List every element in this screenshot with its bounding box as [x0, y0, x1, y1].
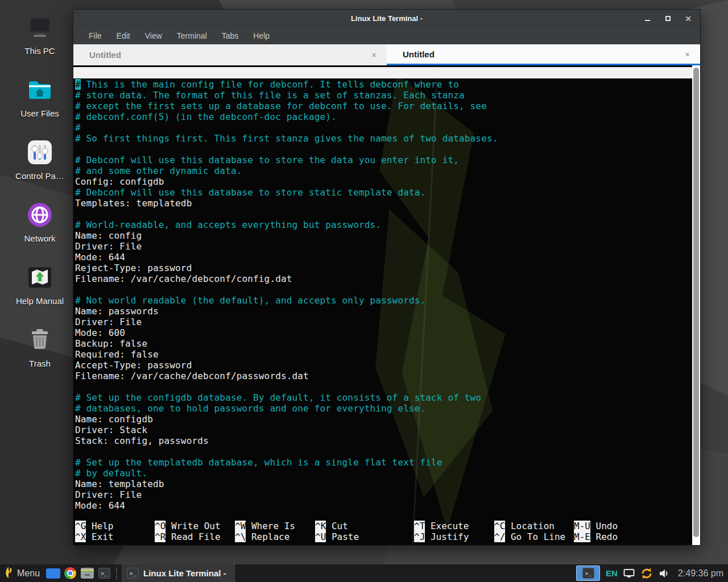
tab-close-icon[interactable]: × [371, 50, 377, 60]
menu-bar: File Edit View Terminal Tabs Help [73, 27, 700, 44]
editor-line: Mode: 644 [75, 252, 691, 263]
editor-line: Config: configdb [75, 176, 691, 187]
desktop-icon-control-panel[interactable]: Control Pa… [8, 139, 72, 201]
editor-line: # store data. The format of this file is… [75, 90, 691, 101]
desktop-icon-network[interactable]: Network [8, 201, 72, 264]
nano-shortcut-bar: ^G Help^O Write Out^W Where Is^K Cut^T E… [75, 521, 691, 542]
system-tray: >_ EN 2:49:36 pm [576, 564, 728, 582]
tab-untitled-2[interactable]: Untitled × [387, 44, 700, 65]
shortcut-item: ^J Justify [414, 531, 469, 542]
editor-line: Filename: /var/cache/debconf/passwords.d… [75, 371, 691, 381]
close-icon[interactable]: ✕ [682, 13, 694, 25]
desktop-icon-help-manual[interactable]: Help Manual [8, 264, 72, 326]
terminal-icon: >_ [127, 568, 139, 579]
editor-line: # Debconf will use this database to stor… [75, 187, 691, 198]
editor-line: Driver: File [75, 489, 691, 500]
editor-line: # This is the main config file for debco… [75, 79, 691, 90]
shortcut-key: M-E [574, 531, 590, 542]
window-titlebar[interactable]: Linux Lite Terminal - ✕ [73, 10, 700, 27]
editor-line: # Set up the templatedb database, which … [75, 457, 691, 468]
shortcut-key: ^R [155, 531, 166, 542]
editor-line: # and some other dynamic data. [75, 165, 691, 176]
shortcut-item: ^T Execute [414, 521, 469, 531]
task-button-terminal[interactable]: >_ Linux Lite Terminal - [122, 564, 235, 582]
shortcut-item: ^K Cut [315, 521, 348, 531]
shortcut-key: ^G [75, 521, 86, 531]
editor-line: # [75, 122, 691, 133]
editor-line [75, 381, 691, 392]
tab-label: Untitled [89, 50, 121, 60]
editor-line: Driver: File [75, 241, 691, 252]
help-manual-icon [26, 264, 53, 291]
desktop-icon-user-files[interactable]: User Files [8, 76, 72, 139]
shortcut-key: ^T [414, 521, 425, 531]
desktop-icon-this-pc[interactable]: This PC [8, 14, 72, 76]
tab-label: Untitled [403, 49, 435, 59]
editor-line: Name: templatedb [75, 479, 691, 489]
editor-line: Backup: false [75, 338, 691, 349]
menu-terminal[interactable]: Terminal [169, 29, 214, 43]
editor-line: Accept-Type: password [75, 360, 691, 371]
editor-line: Name: config [75, 230, 691, 241]
editor-line: # World-readable, and accepts everything… [75, 219, 691, 230]
editor-line: # Debconf will use this database to stor… [75, 155, 691, 165]
editor-line [75, 209, 691, 219]
editor-line: Templates: templatedb [75, 198, 691, 209]
linux-lite-logo-icon [5, 566, 13, 581]
chrome-icon [64, 567, 76, 579]
taskbar-separator [116, 568, 119, 579]
desktop-icon-label: Control Pa… [15, 171, 64, 181]
tab-close-icon[interactable]: × [685, 49, 690, 59]
file-manager-launcher[interactable] [44, 564, 61, 582]
minimize-icon[interactable] [641, 13, 653, 25]
shortcut-item: M-E Redo [574, 531, 618, 542]
editor-line: # debconf.conf(5) (in the debconf-doc pa… [75, 111, 691, 122]
menu-file[interactable]: File [81, 29, 109, 43]
archive-launcher[interactable] [78, 564, 96, 582]
shortcut-item: ^U Paste [315, 531, 359, 542]
editor-line: Name: passwords [75, 306, 691, 317]
text-cursor: # [75, 79, 81, 90]
volume-icon[interactable] [659, 568, 670, 579]
editor-line [75, 284, 691, 295]
monitor-icon [26, 14, 53, 41]
terminal-icon: >_ [98, 568, 110, 579]
menu-tabs[interactable]: Tabs [214, 29, 246, 43]
editor-line [75, 144, 691, 155]
maximize-icon[interactable] [661, 13, 674, 25]
desktop-icon-label: This PC [24, 46, 55, 56]
keyboard-layout-indicator[interactable]: EN [606, 568, 618, 578]
desktop-icon-label: Help Manual [16, 296, 64, 306]
editor-line: Name: configdb [75, 414, 691, 425]
chrome-launcher[interactable] [61, 564, 78, 582]
shortcut-item: ^X Exit [75, 531, 113, 542]
desktop-icon-label: Trash [29, 359, 51, 368]
terminal-launcher[interactable]: >_ [96, 564, 113, 582]
tab-untitled-1[interactable]: Untitled × [73, 44, 387, 65]
menu-view[interactable]: View [138, 29, 169, 43]
editor-line: Reject-Type: password [75, 263, 691, 273]
clock[interactable]: 2:49:36 pm [678, 568, 723, 579]
shortcut-key: ^\ [235, 531, 246, 542]
updates-icon[interactable] [640, 567, 653, 580]
terminal-screen[interactable]: /etc/debconf.conf GNU nano 7.2 # This is… [73, 65, 700, 545]
scrollbar-thumb[interactable] [693, 68, 699, 537]
menu-edit[interactable]: Edit [109, 29, 138, 43]
tray-terminal-button[interactable]: >_ [576, 566, 600, 581]
menu-button[interactable]: Menu [0, 564, 44, 582]
shortcut-row-2: ^X Exit^R Read File^\ Replace^U Paste^J … [75, 531, 691, 542]
shortcut-row-1: ^G Help^O Write Out^W Where Is^K Cut^T E… [75, 521, 691, 531]
menu-help[interactable]: Help [246, 29, 277, 43]
scrollbar[interactable] [692, 65, 700, 545]
shortcut-key: ^X [75, 531, 86, 542]
tab-bar: Untitled × Untitled × [73, 44, 700, 65]
desktop-icon-trash[interactable]: Trash [8, 326, 72, 389]
editor-line: Mode: 600 [75, 327, 691, 338]
shortcut-key: ^K [315, 521, 326, 531]
desktop-icon-label: Network [24, 234, 55, 243]
editor-line: Filename: /var/cache/debconf/config.dat [75, 273, 691, 284]
desktop-icon-list: This PC User Files [8, 14, 72, 389]
display-icon[interactable] [623, 568, 635, 579]
file-manager-icon [46, 568, 60, 579]
taskbar-left: Menu >_ >_ Linux Lite Terminal - [0, 564, 235, 582]
